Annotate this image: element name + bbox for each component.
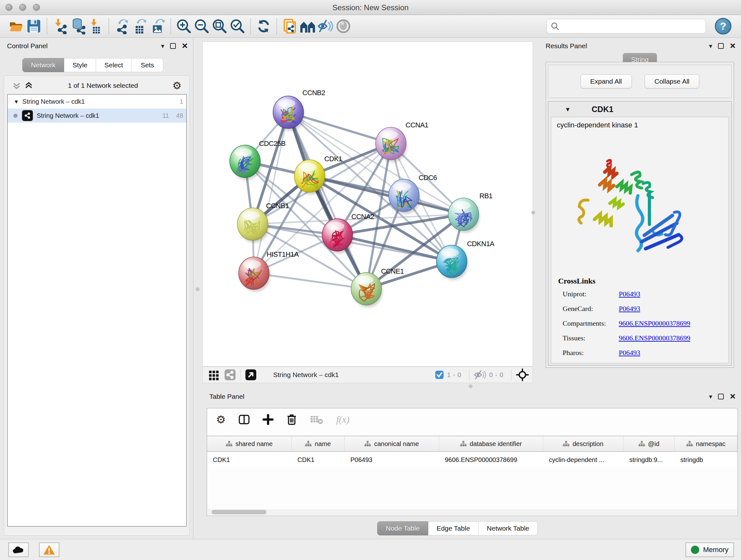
- hidden-eye-icon[interactable]: [474, 370, 486, 380]
- column-header-database-identifier[interactable]: database identifier: [439, 436, 543, 451]
- edge-HIST1H1A-CCNE1[interactable]: [254, 273, 366, 289]
- export-network-button[interactable]: [113, 17, 131, 35]
- open-session-button[interactable]: [7, 17, 25, 35]
- save-session-button[interactable]: [25, 17, 43, 35]
- column-header-shared-name[interactable]: shared name: [207, 436, 292, 451]
- warnings-button[interactable]: [39, 543, 59, 557]
- zoom-selected-button[interactable]: [228, 17, 246, 35]
- table-cell[interactable]: CDK1: [292, 452, 345, 468]
- tab-edge-table[interactable]: Edge Table: [428, 521, 479, 536]
- search-input[interactable]: [562, 23, 702, 30]
- crosslink-link[interactable]: P06493: [619, 290, 640, 298]
- table-horizontal-scrollbar[interactable]: [208, 509, 737, 515]
- import-network-file-button[interactable]: [51, 17, 69, 35]
- table-cell[interactable]: stringdb: [675, 452, 738, 468]
- cloud-services-button[interactable]: [8, 543, 29, 557]
- network-edges[interactable]: [245, 112, 464, 289]
- results-panel-float-button[interactable]: [718, 43, 724, 49]
- column-header-namespac[interactable]: namespac: [675, 436, 738, 451]
- detach-view-icon[interactable]: [245, 369, 257, 381]
- tab-node-table[interactable]: Node Table: [377, 521, 428, 536]
- export-table-button[interactable]: [131, 17, 149, 35]
- node-HIST1H1A[interactable]: HIST1H1A: [239, 250, 299, 292]
- network-options-gear-icon[interactable]: ⚙: [172, 79, 182, 91]
- collection-expand-caret[interactable]: ▾: [15, 98, 18, 105]
- help-button[interactable]: ?: [715, 18, 731, 35]
- left-splitter-handle[interactable]: [196, 287, 199, 291]
- results-panel-close-button[interactable]: ✕: [730, 42, 736, 51]
- table-row[interactable]: CDK1CDK1P064939606.ENSP00000378699cyclin…: [207, 452, 738, 468]
- expand-all-button[interactable]: Expand All: [581, 74, 632, 88]
- network-view-canvas[interactable]: CCNB2CCNA1CDC25BCDK1CDC6RB1CCNB1CCNA2CDK…: [202, 42, 533, 367]
- zoom-out-button[interactable]: [193, 17, 211, 35]
- export-image-button[interactable]: [149, 17, 166, 35]
- crosslink-label: Uniprot:: [558, 290, 619, 298]
- node-entry-header[interactable]: ▾ CDK1: [548, 102, 731, 117]
- table-cell[interactable]: stringdb:9...: [623, 452, 675, 468]
- tab-style[interactable]: Style: [64, 58, 96, 72]
- collapse-all-button[interactable]: Collapse All: [645, 74, 699, 88]
- network-view-title: String Network – cdk1: [273, 371, 435, 379]
- crosslink-link[interactable]: 9606.ENSP00000378699: [619, 319, 690, 327]
- edge-CDK1-RB1[interactable]: [310, 176, 463, 214]
- column-header-description[interactable]: description: [543, 436, 623, 451]
- show-hide-graphics-details-button[interactable]: [317, 17, 334, 35]
- memory-button[interactable]: Memory: [685, 543, 734, 557]
- delete-column-icon[interactable]: [286, 414, 297, 426]
- tab-sets[interactable]: Sets: [131, 58, 163, 72]
- import-table-button[interactable]: [87, 17, 105, 35]
- node-CCNB2[interactable]: CCNB2: [273, 89, 326, 131]
- table-panel-close-button[interactable]: ✕: [730, 392, 736, 401]
- selected-checkbox-icon[interactable]: [435, 370, 444, 379]
- table-panel-float-button[interactable]: [718, 394, 724, 399]
- table-cell[interactable]: P06493: [345, 452, 439, 468]
- results-panel-menu-caret[interactable]: ▾: [709, 42, 712, 50]
- birds-eye-view-icon[interactable]: [516, 368, 529, 381]
- expand-all-networks-icon[interactable]: [24, 81, 33, 90]
- column-header-name[interactable]: name: [292, 436, 345, 451]
- tab-network[interactable]: Network: [22, 58, 64, 72]
- node-CDC25B[interactable]: CDC25B: [230, 139, 286, 180]
- table-cell[interactable]: 9606.ENSP00000378699: [439, 452, 543, 468]
- first-neighbors-button[interactable]: [299, 17, 317, 35]
- crosslink-link[interactable]: P06493: [619, 349, 640, 357]
- right-splitter-handle[interactable]: [531, 211, 535, 214]
- network-view-icon[interactable]: [224, 369, 236, 381]
- collapse-all-networks-icon[interactable]: [12, 81, 21, 90]
- table-panel-menu-caret[interactable]: ▾: [709, 393, 712, 400]
- level-of-detail-button[interactable]: [334, 17, 352, 35]
- scrollbar-thumb[interactable]: [212, 510, 266, 514]
- table-cell[interactable]: CDK1: [207, 452, 292, 468]
- network-node-count: 11: [162, 112, 169, 119]
- bottom-splitter-handle[interactable]: [469, 384, 473, 388]
- table-options-gear-icon[interactable]: ⚙: [216, 413, 226, 426]
- column-header-@id[interactable]: @id: [623, 436, 675, 451]
- refresh-view-button[interactable]: [255, 17, 273, 35]
- entry-expand-caret[interactable]: ▾: [566, 105, 569, 113]
- control-panel-close-button[interactable]: ✕: [182, 42, 188, 51]
- zoom-fit-button[interactable]: [211, 17, 228, 35]
- table-cell[interactable]: cyclin-dependent ...: [543, 452, 623, 468]
- zoom-in-button[interactable]: [175, 17, 193, 35]
- column-header-canonical-name[interactable]: canonical name: [345, 436, 439, 451]
- node-CDK1[interactable]: CDK1: [294, 155, 342, 194]
- control-panel-float-button[interactable]: [170, 43, 176, 49]
- control-panel-menu-caret[interactable]: ▾: [161, 42, 164, 50]
- crosslink-link[interactable]: 9606.ENSP00000378699: [619, 334, 690, 342]
- grid-view-icon[interactable]: [208, 369, 219, 380]
- node-label-CDC25B: CDC25B: [259, 139, 286, 147]
- network-collection-row[interactable]: ▾ String Network – cdk1 1: [8, 95, 186, 109]
- node-CDKN1A[interactable]: CDKN1A: [436, 240, 495, 280]
- import-network-database-button[interactable]: [69, 17, 87, 35]
- node-CCNA1[interactable]: CCNA1: [376, 121, 428, 162]
- node-RB1[interactable]: RB1: [448, 192, 493, 233]
- string-network-graph[interactable]: CCNB2CCNA1CDC25BCDK1CDC6RB1CCNB1CCNA2CDK…: [203, 42, 533, 366]
- tab-network-table[interactable]: Network Table: [479, 521, 538, 536]
- crosslink-link[interactable]: P06493: [619, 305, 640, 313]
- clone-network-button[interactable]: [281, 17, 299, 35]
- show-columns-icon[interactable]: [239, 414, 250, 425]
- tab-select[interactable]: Select: [96, 58, 131, 72]
- import-table-icon: [88, 18, 104, 34]
- add-column-icon[interactable]: [263, 414, 273, 425]
- network-row[interactable]: String Network – cdk1 11 48: [8, 109, 186, 123]
